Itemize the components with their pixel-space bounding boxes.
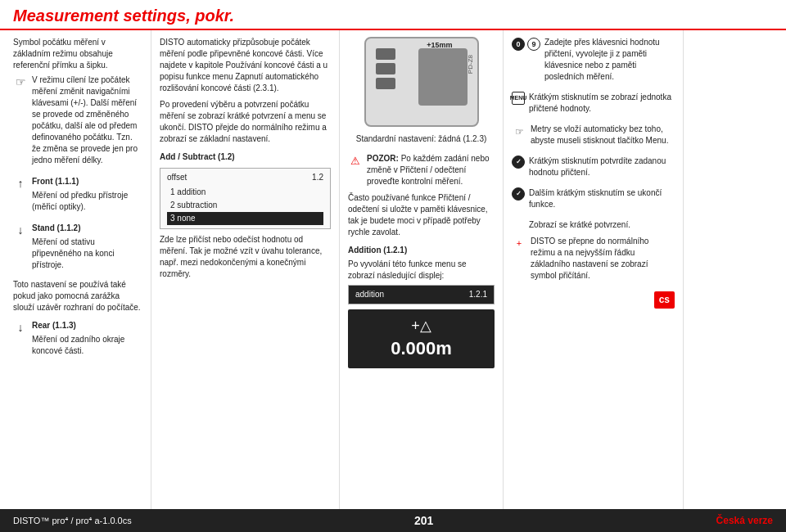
front-content: Front (1.1.1) Měření od předku přístroje… (32, 176, 142, 216)
std-setting-label: Standardní nastavení: žádná (356, 134, 461, 143)
pd-z8-label: PD-Z8 (466, 55, 475, 74)
front-title: Front (1.1.1) (32, 176, 142, 187)
offset-item-3: 3 none (167, 212, 323, 225)
disto-note: DISTO se přepne do normálního režimu a n… (531, 236, 675, 282)
offset-value: 1.2 (312, 172, 323, 183)
rear-row: ↓ Rear (1.1.3) Měření od zadního okraje … (13, 320, 142, 360)
short-confirm: Zobrazí se krátké potvrzení. (529, 219, 675, 231)
device-illustration: +15mm PD-Z8 (364, 37, 479, 127)
keys-intro: Zadejte přes klávesnici hodnotu přičtení… (544, 37, 675, 83)
device-btn-2 (376, 63, 395, 74)
addition-section: Addition (1.2.1) Po vyvolání této funkce… (348, 245, 495, 368)
col1-intro: Symbol počátku měření v základním režimu… (13, 37, 142, 71)
tip-row-6: + DISTO se přepne do normálního režimu a… (512, 236, 675, 285)
offset-label: offset (167, 172, 187, 183)
plus-delta-icon: +△ (355, 316, 488, 336)
device-area: +15mm PD-Z8 Standardní nastavení: žádná … (348, 37, 495, 148)
freq-use: Často používané funkce Přičtení / odečte… (348, 192, 495, 238)
front-text: Měření od předku přístroje (měřicí optik… (32, 190, 142, 213)
col1-hand-note: V režimu cílení lze počátek měření změni… (32, 74, 142, 166)
tip-row-1: 0 9 Zadejte přes klávesnici hodnotu přič… (512, 37, 675, 86)
addition-text: Po vyvolání této funkce menu se zobrazí … (348, 259, 495, 282)
offset-item-1: 1 addition (167, 186, 323, 199)
page: Measurement settings, pokr. Symbol počát… (0, 0, 786, 532)
footer: DISTO™ pro⁴ / pro⁴ a-1.0.0cs 201 Česká v… (0, 509, 786, 532)
confirm-note: Krátkým stisknutím potvrdíte zadanou hod… (529, 156, 675, 178)
confirm-icon: ✓ (512, 156, 525, 169)
arrow-note: Metry se vloží automaticky bez toho, aby… (531, 124, 675, 147)
tip-row-2: MENU Krátkým stisknutím se zobrazí jedno… (512, 92, 675, 118)
column-2: DISTO automaticky přizpůsobuje počátek m… (151, 30, 340, 509)
offset-list: 1 addition 2 subtraction 3 none (167, 186, 323, 225)
addition-display-label: addition (355, 289, 384, 300)
header: Measurement settings, pokr. (0, 0, 786, 30)
stand-icon: ↓ (13, 223, 28, 238)
rear-section: ↓ Rear (1.1.3) Měření od zadního okraje … (13, 320, 142, 360)
std-setting-value: (1.2.3) (463, 134, 486, 143)
footer-center: 201 (414, 514, 433, 527)
col2-note: Zde lze přičíst nebo odečíst hodnotu od … (160, 234, 331, 280)
col2-intro: DISTO automaticky přizpůsobuje počátek m… (160, 37, 331, 94)
warning-row: ⚠ POZOR: Po každém zadání nebo změně v P… (348, 153, 495, 187)
front-section: ↑ Front (1.1.1) Měření od předku přístro… (13, 176, 142, 216)
footer-right: Česká verze (716, 515, 773, 526)
confirm2-note: Dalším krátkým stisknutím se ukončí funk… (529, 187, 675, 210)
front-row: ↑ Front (1.1.1) Měření od předku přístro… (13, 176, 142, 216)
addition-display-value: 1.2.1 (469, 289, 487, 300)
add-subtract-section: Add / Subtract (1.2) offset 1.2 1 additi… (160, 151, 331, 280)
device-btn-1 (376, 48, 395, 60)
tip-row-5: ✓ Dalším krátkým stisknutím se ukončí fu… (512, 187, 675, 214)
menu-note: Krátkým stisknutím se zobrazí jednotka p… (529, 92, 675, 115)
add-subtract-title: Add / Subtract (1.2) (160, 151, 331, 163)
main-display: +△ 0.000m (348, 309, 495, 368)
addition-display-box: addition 1.2.1 (348, 285, 495, 304)
col2-para2: Po provedení výběru a potvrzení počátku … (160, 99, 331, 145)
warning-icon: ⚠ (348, 154, 363, 169)
stand-content: Stand (1.1.2) Měření od stativu připevně… (32, 223, 142, 274)
device-btn-3 (376, 78, 395, 89)
stand-note: Toto nastavení se používá také pokud jak… (13, 279, 142, 313)
cs-badge: cs (654, 291, 675, 309)
menu-icon: MENU (512, 92, 525, 105)
device-buttons (376, 48, 400, 89)
rear-text: Měření od zadního okraje koncové části. (32, 334, 142, 357)
hand-note-row: ☞ V režimu cílení lze počátek měření změ… (13, 74, 142, 169)
stand-text: Měření od stativu připevněného na konci … (32, 237, 142, 271)
offset-item-2: 2 subtraction (167, 199, 323, 212)
tip-row-3: ☞ Metry se vloží automaticky bez toho, a… (512, 124, 675, 150)
display-number: 0.000m (355, 336, 488, 362)
rear-title: Rear (1.1.3) (32, 320, 142, 331)
warning-title: POZOR: (367, 154, 399, 163)
confirm2-icon: ✓ (512, 187, 525, 201)
addition-row: addition 1.2.1 (355, 289, 487, 300)
addition-title: Addition (1.2.1) (348, 245, 495, 256)
offset-box: offset 1.2 1 addition 2 subtraction 3 no… (160, 168, 331, 229)
stand-title: Stand (1.1.2) (32, 223, 142, 234)
device-screen (418, 48, 468, 106)
std-setting: Standardní nastavení: žádná (1.2.3) (356, 133, 487, 145)
main-content: Symbol počátku měření v základním režimu… (0, 30, 786, 509)
rear-content: Rear (1.1.3) Měření od zadního okraje ko… (32, 320, 142, 360)
circle-icon-9: 9 (527, 38, 540, 51)
stand-section: ↓ Stand (1.1.2) Měření od stativu připev… (13, 223, 142, 313)
tip-row-4: ✓ Krátkým stisknutím potvrdíte zadanou h… (512, 156, 675, 182)
column-1: Symbol počátku měření v základním režimu… (0, 30, 151, 509)
warning-content: POZOR: Po každém zadání nebo změně v Při… (367, 153, 495, 187)
column-4: 0 9 Zadejte přes klávesnici hodnotu přič… (504, 30, 684, 509)
arrow-left-icon: ☞ (512, 124, 526, 139)
rear-icon: ↓ (13, 321, 28, 336)
page-title: Measurement settings, pokr. (13, 7, 773, 25)
offset-header: offset 1.2 (167, 172, 323, 183)
stand-row: ↓ Stand (1.1.2) Měření od stativu připev… (13, 223, 142, 274)
circle-icon-0: 0 (512, 38, 525, 51)
disto-icon: + (512, 237, 526, 251)
front-icon: ↑ (13, 177, 28, 192)
footer-left: DISTO™ pro⁴ / pro⁴ a-1.0.0cs (13, 516, 132, 526)
column-3: +15mm PD-Z8 Standardní nastavení: žádná … (340, 30, 504, 509)
hand-icon: ☞ (13, 75, 28, 90)
